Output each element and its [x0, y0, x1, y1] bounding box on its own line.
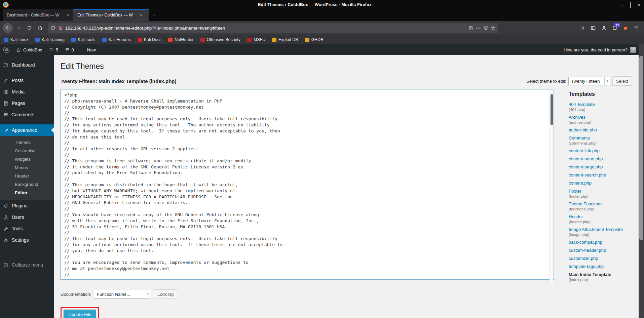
- save-to-pocket-icon[interactable]: [483, 26, 488, 31]
- bookmark-offensive-security[interactable]: Offensive Security: [200, 37, 240, 42]
- template-link[interactable]: custom-header.php: [569, 248, 632, 253]
- template-link[interactable]: Archives(archive.php): [569, 115, 632, 124]
- template-link-label[interactable]: content-none.php: [569, 156, 632, 161]
- template-link-label[interactable]: content-page.php: [569, 164, 632, 169]
- sidebar-item-appearance[interactable]: Appearance: [0, 124, 54, 136]
- minimize-icon[interactable]: –: [621, 3, 623, 7]
- bookmark-ghdb[interactable]: GHDB: [305, 37, 324, 42]
- bookmark-kali-forums[interactable]: Kali Forums: [102, 37, 131, 42]
- hamburger-menu-icon[interactable]: [631, 23, 641, 33]
- comments-link[interactable]: 0: [62, 44, 77, 55]
- url-bar[interactable]: 192.168.43.215/wp-admin/theme-editor.php…: [48, 23, 498, 33]
- template-link-label[interactable]: Footer: [569, 189, 632, 194]
- submenu-item-themes[interactable]: Themes: [0, 138, 54, 147]
- forward-button[interactable]: [13, 23, 24, 33]
- template-link[interactable]: Image Attachment Template(image.php): [569, 227, 632, 237]
- library-icon[interactable]: [577, 23, 588, 33]
- sidebar-item-comments[interactable]: Comments: [0, 109, 54, 120]
- reload-button[interactable]: [24, 23, 34, 33]
- sidebar-item-pages[interactable]: Pages: [0, 97, 54, 109]
- code-editor-textarea[interactable]: <?php // php-reverse-shell - A Reverse S…: [61, 90, 554, 280]
- template-link-label[interactable]: content-link.php: [569, 148, 632, 153]
- bookmark-nethunter[interactable]: NetHunter: [168, 37, 193, 42]
- template-link-label[interactable]: back-compat.php: [569, 240, 632, 245]
- sidebar-item-media[interactable]: Media: [0, 86, 54, 97]
- my-account-link[interactable]: How are you, the cold in person?: [564, 47, 639, 53]
- template-link[interactable]: Footer(footer.php): [569, 189, 632, 198]
- submenu-item-header[interactable]: Header: [0, 172, 54, 180]
- template-link-label[interactable]: content.php: [569, 181, 632, 186]
- template-link[interactable]: content-page.php: [569, 164, 632, 169]
- template-link-label[interactable]: Comments: [569, 135, 632, 141]
- insecure-lock-icon[interactable]: [58, 26, 63, 31]
- code-editor-scrollbar-thumb[interactable]: [551, 94, 553, 125]
- foxyproxy-icon[interactable]: [620, 23, 631, 33]
- sidebar-item-tools[interactable]: Tools: [0, 223, 54, 234]
- template-link[interactable]: Comments(comments.php): [569, 135, 632, 145]
- bookmark-msfu[interactable]: MSFU: [247, 37, 265, 42]
- template-link-label[interactable]: Theme Functions: [569, 201, 632, 206]
- bookmark-kali-docs[interactable]: Kali Docs: [138, 37, 161, 42]
- template-link-label[interactable]: author-bio.php: [569, 127, 632, 132]
- bookmark-kali-linux[interactable]: Kali Linux: [4, 37, 29, 42]
- home-button[interactable]: [35, 23, 45, 33]
- template-link[interactable]: content-search.php: [569, 172, 632, 177]
- template-link-label[interactable]: Archives: [569, 115, 632, 120]
- extension-icon[interactable]: 13: [610, 23, 620, 33]
- sidebars-icon[interactable]: [588, 23, 598, 33]
- tab-close-icon[interactable]: ×: [66, 13, 70, 18]
- sidebar-item-settings[interactable]: Settings: [0, 234, 54, 246]
- page-scrollbar[interactable]: [639, 44, 644, 318]
- template-link[interactable]: Header(header.php): [569, 214, 632, 224]
- template-link-label[interactable]: Image Attachment Template: [569, 227, 632, 232]
- submenu-item-customise[interactable]: Customise: [0, 147, 54, 155]
- bookmark-kali-tools[interactable]: Kali Tools: [71, 37, 96, 42]
- template-link[interactable]: content.php: [569, 181, 632, 186]
- template-link[interactable]: author-bio.php: [569, 127, 632, 132]
- template-link-label[interactable]: Header: [569, 214, 632, 219]
- wp-logo-menu[interactable]: W: [0, 44, 13, 55]
- sidebar-item-posts[interactable]: Posts: [0, 75, 54, 86]
- documentation-select[interactable]: Function Name... ▾: [94, 290, 151, 299]
- template-link-label[interactable]: 404 Template: [569, 102, 632, 107]
- new-tab-button[interactable]: +: [149, 9, 159, 21]
- template-link-label[interactable]: custom-header.php: [569, 248, 632, 253]
- template-link[interactable]: content-none.php: [569, 156, 632, 161]
- submenu-item-menus[interactable]: Menus: [0, 163, 54, 172]
- template-link-label[interactable]: template-tags.php: [569, 264, 632, 269]
- select-theme-button[interactable]: Select: [612, 76, 632, 86]
- template-link-label[interactable]: customizer.php: [569, 256, 632, 261]
- page-scrollbar-thumb[interactable]: [639, 56, 643, 240]
- site-name-link[interactable]: ColddBox: [13, 44, 45, 55]
- url-text[interactable]: 192.168.43.215/wp-admin/theme-editor.php…: [65, 26, 466, 31]
- maximize-icon[interactable]: [630, 3, 631, 7]
- update-file-button[interactable]: Update File: [64, 310, 96, 318]
- tab-dashboard[interactable]: Dashboard ‹ ColddBox — W ×: [3, 9, 73, 21]
- submenu-item-widgets[interactable]: Widgets: [0, 155, 54, 163]
- template-link[interactable]: customizer.php: [569, 256, 632, 261]
- bookmark-exploit-db[interactable]: Exploit-DB: [272, 37, 298, 42]
- close-icon[interactable]: ×: [637, 3, 640, 7]
- code-editor-scrollbar[interactable]: [550, 90, 553, 284]
- sidebar-item-dashboard[interactable]: Dashboard: [0, 59, 54, 71]
- bookmark-kali-training[interactable]: Kali Training: [35, 37, 65, 42]
- new-content-link[interactable]: New: [77, 44, 99, 55]
- tracking-protection-shield-icon[interactable]: [50, 26, 55, 31]
- theme-select[interactable]: Twenty Fifteen ▾: [568, 77, 610, 85]
- submenu-item-editor[interactable]: Editor: [0, 189, 54, 197]
- reader-mode-icon[interactable]: [468, 26, 473, 31]
- template-link[interactable]: back-compat.php: [569, 240, 632, 245]
- template-link[interactable]: template-tags.php: [569, 264, 632, 269]
- bookmark-star-icon[interactable]: [491, 26, 496, 31]
- tab-edit-themes[interactable]: Edit Themes ‹ ColddBox — W ×: [73, 9, 149, 21]
- tab-close-icon[interactable]: ×: [139, 13, 143, 18]
- template-link[interactable]: Theme Functions(functions.php): [569, 201, 632, 211]
- template-link-label[interactable]: content-search.php: [569, 172, 632, 177]
- sidebar-item-users[interactable]: Users: [0, 211, 54, 223]
- page-actions-icon[interactable]: •••: [476, 26, 481, 30]
- submenu-item-background[interactable]: Background: [0, 180, 54, 189]
- template-link[interactable]: content-link.php: [569, 148, 632, 153]
- sidebar-item-collapse-menu[interactable]: Collapse menu: [0, 259, 54, 271]
- sidebar-item-plugins[interactable]: Plugins: [0, 200, 54, 211]
- back-button[interactable]: [3, 23, 13, 33]
